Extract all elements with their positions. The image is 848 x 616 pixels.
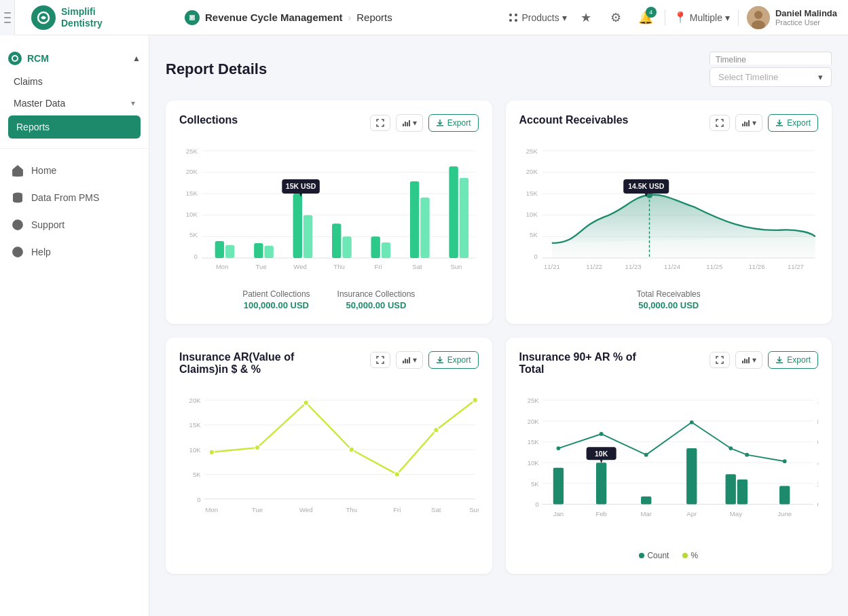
insurance-ar-chart-type-button[interactable]: ▾ [396,351,423,369]
svg-rect-34 [254,243,263,258]
sidebar-collapse-button[interactable] [0,0,15,35]
timeline-label: Timeline [709,52,832,65]
insurance-90-chart-type-button[interactable]: ▾ [735,351,762,369]
svg-rect-43 [420,198,429,258]
ar-chart-type-button[interactable]: ▾ [735,114,762,132]
svg-text:Sat: Sat [431,506,441,513]
svg-text:20K: 20K [527,418,539,425]
svg-text:0: 0 [817,501,818,508]
svg-point-143 [644,453,648,457]
insurance-90-export-button[interactable]: Export [768,351,818,369]
svg-text:10K: 10K [186,211,198,218]
svg-text:11/22: 11/22 [586,263,602,270]
svg-text:Wed: Wed [299,506,313,513]
svg-rect-137 [686,448,697,504]
nav-right: Products ▾ ★ ⚙ 🔔 4 📍 Multiple ▾ Daniel M… [508,6,837,29]
svg-text:5K: 5K [531,480,539,488]
products-menu[interactable]: Products ▾ [508,12,566,23]
sidebar-item-master-data[interactable]: Master Data ▾ [0,92,149,114]
svg-rect-40 [371,236,380,258]
timeline-section: Timeline Select Timeline ▾ [709,52,832,87]
main-content: Report Details Timeline Select Timeline … [149,35,848,616]
svg-rect-16 [403,124,404,126]
ar-export-button[interactable]: Export [768,114,818,132]
svg-text:Sun: Sun [450,263,462,270]
sidebar-item-support[interactable]: Support [0,211,149,238]
svg-rect-12 [16,172,19,177]
notification-badge: 4 [646,7,657,18]
collections-export-button[interactable]: Export [428,114,479,132]
logo-icon [31,5,56,30]
svg-text:25K: 25K [526,147,538,155]
sidebar-item-data-from-pms[interactable]: Data From PMS [0,184,149,211]
chevron-down-icon: ▾ [131,98,135,108]
svg-text:11/25: 11/25 [706,263,722,270]
sidebar-item-claims[interactable]: Claims [0,71,149,92]
svg-rect-0 [4,12,11,14]
content-header: Report Details Timeline Select Timeline … [166,52,832,87]
count-legend-item: Count [639,551,669,560]
home-icon [11,164,24,177]
svg-rect-33 [225,245,234,258]
insurance-ar-chart-card: Insurance AR(Value of Claims)in $ & % ▾ … [166,338,492,574]
sidebar-item-help[interactable]: Help [0,238,149,266]
svg-point-98 [209,450,215,455]
insurance-ar-export-button[interactable]: Export [428,351,479,369]
favorites-icon[interactable]: ★ [575,7,597,29]
svg-rect-32 [215,241,224,258]
svg-text:15K: 15K [189,421,202,429]
svg-text:20K: 20K [526,168,538,175]
insurance-90-chart-header: Insurance 90+ AR % of Total ▾ Export [519,351,819,376]
svg-text:10K: 10K [527,459,539,467]
svg-text:Tue: Tue [252,506,263,513]
svg-point-101 [349,447,354,452]
insurance-ar-title: Insurance AR(Value of Claims)in $ & % [179,351,315,376]
insurance-ar-chart-actions: ▾ Export [370,351,479,369]
insurance-90-fullscreen-button[interactable] [709,352,730,368]
svg-rect-57 [744,122,745,126]
svg-point-144 [689,420,693,424]
database-icon [11,191,24,204]
svg-text:Fri: Fri [393,506,401,513]
svg-text:11/24: 11/24 [664,263,681,270]
location-selector[interactable]: 📍 Multiple ▾ [674,11,730,24]
svg-text:Thu: Thu [346,506,357,513]
insurance-ar-fullscreen-button[interactable] [370,352,390,368]
collections-legend: Patient Collections 100,000.00 USD Insur… [179,289,479,310]
rcm-icon [185,10,200,25]
ar-chart-actions: ▾ Export [709,114,818,132]
svg-rect-18 [407,122,408,126]
percent-legend-dot [682,553,688,558]
svg-rect-2 [4,22,11,23]
svg-text:0: 0 [535,501,538,508]
ar-chart-header: Account Receivables ▾ Export [519,114,819,132]
fullscreen-button[interactable] [370,115,390,131]
svg-text:Sun: Sun [469,506,478,513]
svg-text:Tue: Tue [256,263,267,270]
help-icon [11,245,24,259]
svg-rect-136 [641,496,651,504]
user-menu[interactable]: Daniel Malinda Practice User [747,6,837,29]
insurance-90-chart-actions: ▾ Export [709,351,818,369]
insurance-90-legend: Count % [519,551,819,560]
settings-icon[interactable]: ⚙ [605,7,627,29]
svg-text:Feb: Feb [595,510,606,518]
chart-type-button[interactable]: ▾ [396,114,423,132]
count-legend-dot [639,553,644,558]
svg-text:May: May [729,510,741,518]
sidebar-item-home[interactable]: Home [0,157,149,184]
insurance-90-title: Insurance 90+ AR % of Total [519,351,655,376]
svg-text:15K: 15K [527,438,539,446]
svg-text:15K USD: 15K USD [286,182,316,190]
timeline-dropdown[interactable]: Select Timeline ▾ [709,67,832,87]
breadcrumb: Revenue Cycle Management › Reports [185,10,497,25]
chart-actions: ▾ Export [370,114,479,132]
svg-point-146 [745,453,749,457]
notifications-icon[interactable]: 🔔 4 [635,7,657,29]
top-nav: Simplifi Dentistry Revenue Cycle Managem… [0,0,848,35]
sidebar-item-rcm[interactable]: RCM ▲ [0,46,149,71]
ar-fullscreen-button[interactable] [709,115,730,131]
sidebar-item-reports[interactable]: Reports [8,115,141,139]
total-receivables-legend: Total Receivables 50,000.00 USD [637,289,701,310]
svg-text:11/23: 11/23 [625,263,641,270]
